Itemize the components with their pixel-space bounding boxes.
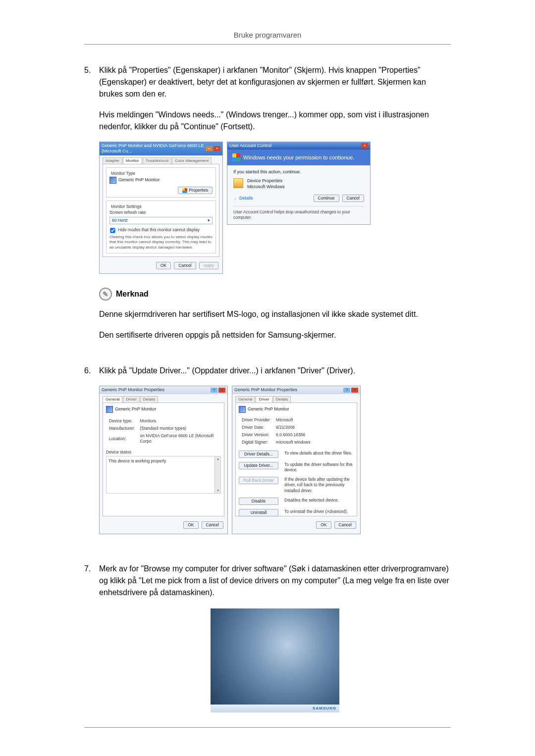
tab-monitor[interactable]: Monitor (123, 157, 142, 164)
tab-general[interactable]: General (103, 396, 122, 403)
close-icon[interactable]: × (214, 146, 220, 151)
step-5: 5. Klikk på "Properties" (Egenskaper) i … (84, 64, 451, 351)
driver-details-button[interactable]: Driver Details... (239, 451, 278, 458)
header-rule (84, 44, 451, 45)
taskbar-brand: SAMSUNG (313, 706, 336, 711)
ok-button[interactable]: OK (316, 521, 331, 529)
general-dialog-titlebar: Generic PnP Monitor Properties ? × (100, 386, 227, 394)
monitor-icon (239, 406, 246, 413)
continue-button[interactable]: Continue (314, 195, 339, 202)
hide-modes-checkbox[interactable]: Hide modes that this monitor cannot disp… (109, 227, 213, 234)
help-icon[interactable]: ? (211, 388, 217, 393)
monitor-dialog-titlebar: Generic PnP Monitor and NVIDIA GeForce 6… (100, 142, 222, 155)
ok-button[interactable]: OK (183, 521, 198, 529)
note-label: Merknad (116, 288, 149, 300)
ok-button[interactable]: OK (156, 262, 171, 269)
driver-properties-dialog: Generic PnP Monitor Properties ? × Gener… (232, 386, 361, 534)
cancel-button[interactable]: Cancel (334, 521, 356, 529)
uac-details-link[interactable]: Details (239, 196, 253, 202)
general-dialog-title: Generic PnP Monitor Properties (102, 387, 164, 393)
desktop-screenshot: SAMSUNG (211, 608, 339, 712)
device-name: Generic PnP Monitor (115, 406, 156, 412)
disable-desc: Disables the selected device. (284, 498, 354, 503)
uninstall-desc: To uninstall the driver (Advanced). (284, 509, 354, 514)
shield-icon (232, 153, 240, 161)
monitor-dialog-tabs: Adapter Monitor Troubleshoot Color Manag… (100, 155, 222, 164)
close-icon[interactable]: × (351, 388, 358, 393)
step-7-para: Merk av for "Browse my computer for driv… (99, 563, 451, 599)
tab-color-management[interactable]: Color Management (172, 157, 212, 164)
note-icon: ✎ (99, 288, 112, 301)
monitor-icon (106, 406, 113, 413)
uninstall-button[interactable]: Uninstall (239, 509, 278, 516)
hide-modes-input[interactable] (110, 228, 115, 233)
general-info-table: Device type:Monitors Manufacturer:(Stand… (106, 417, 221, 446)
tab-troubleshoot[interactable]: Troubleshoot (143, 157, 171, 164)
monitor-dialog-title: Generic PnP Monitor and NVIDIA GeForce 6… (102, 143, 206, 154)
step-7-number: 7. (84, 563, 99, 712)
note-block: ✎ Merknad (99, 288, 451, 301)
driver-dialog-titlebar: Generic PnP Monitor Properties ? × (232, 386, 360, 394)
close-icon[interactable]: × (218, 388, 225, 393)
uac-title: User Account Control (229, 143, 271, 149)
note-para-2: Den sertifiserte driveren oppgis på nett… (99, 329, 451, 341)
uac-titlebar: User Account Control × (227, 142, 370, 150)
disable-button[interactable]: Disable (239, 498, 278, 505)
driver-dialog-title: Generic PnP Monitor Properties (234, 387, 297, 393)
tab-general[interactable]: General (235, 396, 255, 403)
monitor-properties-dialog: Generic PnP Monitor and NVIDIA GeForce 6… (99, 142, 223, 274)
scrollbar[interactable]: ▴▾ (214, 456, 220, 493)
apply-button[interactable]: Apply (199, 262, 218, 269)
step-6-number: 6. (84, 365, 99, 548)
cancel-button[interactable]: Cancel (174, 262, 196, 269)
close-icon[interactable]: × (361, 143, 368, 148)
tab-driver[interactable]: Driver (256, 396, 272, 403)
rollback-driver-button[interactable]: Roll Back Driver (239, 477, 278, 484)
uac-headline: Windows needs your permission to contion… (227, 150, 370, 165)
uac-item-sub: Microsoft Windows (247, 184, 285, 190)
hide-modes-note: Clearing this check box allows you to se… (109, 235, 213, 250)
general-properties-dialog: Generic PnP Monitor Properties ? × Gener… (99, 386, 228, 534)
footer-rule (84, 727, 451, 728)
step-5-para-1: Klikk på "Properties" (Egenskaper) i ark… (99, 64, 451, 100)
shield-icon (182, 188, 187, 193)
help-icon[interactable]: ? (343, 388, 350, 393)
update-driver-button[interactable]: Update Driver... (239, 462, 278, 469)
monitor-type-label: Monitor Type (109, 171, 137, 176)
driver-details-desc: To view details about the driver files. (284, 451, 354, 456)
uac-if-started: If you started this action, continue. (233, 169, 364, 175)
device-name: Generic PnP Monitor (248, 406, 289, 412)
app-icon (233, 178, 243, 188)
uac-dialog: User Account Control × Windows needs you… (227, 142, 371, 225)
step-6: 6. Klikk på "Update Driver..." (Oppdater… (84, 365, 451, 548)
step-6-para: Klikk på "Update Driver..." (Oppdater dr… (99, 365, 451, 377)
uac-item-title: Device Properties (247, 178, 285, 184)
note-para-1: Denne skjermdriveren har sertifisert MS-… (99, 308, 451, 320)
properties-button[interactable]: Properties (178, 187, 213, 194)
chevron-down-icon[interactable]: ⌄ (233, 196, 237, 202)
cancel-button[interactable]: Cancel (202, 521, 223, 529)
device-status-box: This device is working properly. ▴▾ (106, 456, 221, 494)
tab-details[interactable]: Details (140, 396, 158, 403)
device-status-label: Device status (106, 450, 221, 455)
tab-details[interactable]: Details (273, 396, 291, 403)
step-7: 7. Merk av for "Browse my computer for d… (84, 563, 451, 712)
driver-info-table: Driver Provider:Microsoft Driver Date:6/… (239, 416, 313, 447)
tab-driver[interactable]: Driver (123, 396, 139, 403)
page-header: Bruke programvaren (84, 30, 451, 41)
monitor-settings-label: Monitor Settings (109, 204, 143, 209)
rollback-driver-desc: If the device fails after updating the d… (284, 477, 354, 493)
monitor-name: Generic PnP Monitor (118, 177, 160, 183)
tab-adapter[interactable]: Adapter (103, 157, 122, 164)
uac-footer: User Account Control helps stop unauthor… (233, 206, 364, 220)
update-driver-desc: To update the driver software for this d… (284, 462, 354, 473)
step-5-number: 5. (84, 64, 99, 351)
monitor-icon (109, 177, 116, 184)
cancel-button[interactable]: Cancel (342, 195, 364, 202)
minimize-icon[interactable]: ‒ (206, 146, 213, 151)
step-5-para-2: Hvis meldingen "Windows needs..." (Windo… (99, 109, 451, 133)
refresh-rate-label: Screen refresh rate: (109, 210, 213, 215)
refresh-rate-select[interactable]: 60 Hertz (109, 217, 213, 224)
taskbar: SAMSUNG (211, 705, 339, 712)
